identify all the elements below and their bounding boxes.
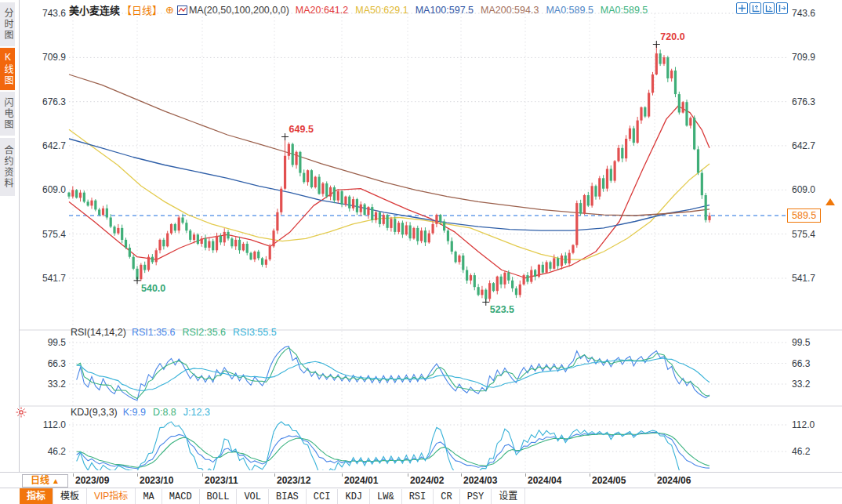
svg-text:743.6: 743.6 bbox=[792, 8, 815, 19]
rsi-params-label: RSI(14,14,2) bbox=[71, 327, 126, 338]
x-tick bbox=[461, 473, 462, 477]
svg-text:46.2: 46.2 bbox=[48, 446, 67, 457]
rsi-value-1: RSI2:35.6 bbox=[182, 327, 226, 338]
x-tick-label-2: 2023/11 bbox=[205, 475, 238, 486]
x-tick bbox=[655, 473, 655, 477]
svg-text:66.3: 66.3 bbox=[792, 358, 811, 369]
symbol-title: 美小麦连续 bbox=[69, 5, 120, 16]
toolbar-item-psy-13[interactable]: PSY bbox=[460, 489, 492, 504]
svg-text:523.5: 523.5 bbox=[490, 304, 514, 315]
ma-value-5: MA0:589.5 bbox=[601, 5, 648, 16]
axis-zoom-icon[interactable] bbox=[749, 2, 761, 14]
svg-text:541.7: 541.7 bbox=[42, 273, 66, 284]
chart-corner-tools bbox=[735, 2, 788, 16]
x-tick bbox=[274, 473, 275, 477]
kdj-header: KDJ(9,3,3)K:9.9D:8.8J:12.3 bbox=[71, 407, 224, 418]
toolbar-item-cr-12[interactable]: CR bbox=[434, 489, 459, 504]
x-tick bbox=[590, 473, 590, 477]
x-tick-label-1: 2023/10 bbox=[140, 475, 173, 486]
svg-text:743.6: 743.6 bbox=[42, 8, 66, 19]
x-tick-label-9: 2024/06 bbox=[657, 475, 691, 486]
mini-chart-icon bbox=[177, 5, 187, 15]
rsi-value-2: RSI3:55.5 bbox=[233, 327, 277, 338]
svg-text:649.5: 649.5 bbox=[289, 124, 314, 135]
svg-text:720.0: 720.0 bbox=[660, 31, 684, 42]
toolbar-item-kdj-9[interactable]: KDJ bbox=[338, 489, 370, 504]
toolbar-item-vipxx-2[interactable]: VIP指标 bbox=[87, 488, 136, 504]
add-overlay-icon[interactable]: ⊕ bbox=[165, 4, 174, 16]
svg-text:676.3: 676.3 bbox=[42, 96, 66, 107]
toolbar-item-xx-14[interactable]: 设置 bbox=[492, 488, 525, 504]
x-tick bbox=[137, 473, 138, 477]
toolbar-item-vol-6[interactable]: VOL bbox=[237, 489, 269, 504]
x-tick-label-7: 2024/04 bbox=[528, 475, 561, 486]
svg-text:609.0: 609.0 bbox=[42, 184, 66, 195]
ma-value-1: MA50:629.1 bbox=[355, 5, 408, 16]
x-tick-label-4: 2024/01 bbox=[344, 475, 378, 486]
kdj-value-1: D:8.8 bbox=[153, 407, 176, 418]
x-tick bbox=[202, 473, 203, 477]
ma-value-0: MA20:641.2 bbox=[296, 5, 348, 16]
kline-app: 分时图K线图闪电图合约资料 743.6743.6709.9709.9676.36… bbox=[0, 0, 842, 504]
ma-values: MA20:641.2MA50:629.1MA100:597.5MA200:594… bbox=[296, 4, 655, 15]
x-tick-label-3: 2023/12 bbox=[277, 475, 310, 486]
svg-text:66.3: 66.3 bbox=[48, 358, 67, 369]
x-tick bbox=[342, 473, 343, 477]
x-tick-label-8: 2024/05 bbox=[592, 475, 626, 486]
toolbar-item-boll-5[interactable]: BOLL bbox=[200, 489, 238, 504]
rsi-header: RSI(14,14,2)RSI1:35.6RSI2:35.6RSI3:55.5 bbox=[71, 327, 291, 338]
ma-value-2: MA100:597.5 bbox=[416, 5, 474, 16]
svg-text:33.2: 33.2 bbox=[792, 379, 811, 390]
toolbar-item-bias-7[interactable]: BIAS bbox=[269, 489, 307, 504]
svg-text:99.5: 99.5 bbox=[792, 337, 811, 348]
svg-text:575.4: 575.4 bbox=[42, 229, 66, 240]
kdj-value-0: K:9.9 bbox=[123, 407, 146, 418]
toolbar-item-macd-4[interactable]: MACD bbox=[162, 489, 200, 504]
svg-text:709.9: 709.9 bbox=[792, 52, 815, 63]
svg-text:642.7: 642.7 bbox=[792, 140, 815, 151]
price-up-arrow-icon bbox=[826, 198, 835, 205]
date-axis: 日线▲ 2023/092023/102023/112023/122024/012… bbox=[0, 472, 842, 488]
toolbar-item-lwx-10[interactable]: LW& bbox=[370, 489, 402, 504]
svg-text:676.3: 676.3 bbox=[792, 96, 815, 107]
period-selector-button[interactable]: 日线▲ bbox=[22, 474, 68, 488]
rsi-value-0: RSI1:35.6 bbox=[132, 327, 176, 338]
kdj-value-2: J:12.3 bbox=[183, 407, 210, 418]
svg-text:540.0: 540.0 bbox=[141, 283, 165, 294]
toolbar-item-cci-8[interactable]: CCI bbox=[307, 489, 339, 504]
svg-text:99.5: 99.5 bbox=[48, 337, 67, 348]
toolbar-item-ma-3[interactable]: MA bbox=[136, 489, 162, 504]
period-tag: 【日线】 bbox=[122, 5, 162, 16]
ma-value-3: MA200:594.3 bbox=[481, 5, 539, 16]
indicator-settings-sun-icon[interactable] bbox=[16, 407, 27, 418]
x-tick-label-5: 2024/02 bbox=[410, 475, 444, 486]
svg-text:609.0: 609.0 bbox=[792, 184, 815, 195]
chart-canvas[interactable]: 743.6743.6709.9709.9676.3676.3642.7642.7… bbox=[0, 0, 842, 472]
x-tick bbox=[525, 473, 526, 477]
svg-text:112.0: 112.0 bbox=[792, 419, 815, 430]
svg-text:709.9: 709.9 bbox=[42, 52, 66, 63]
axis-pan-icon[interactable] bbox=[763, 2, 775, 14]
x-tick-label-0: 2023/09 bbox=[75, 475, 109, 486]
svg-text:541.7: 541.7 bbox=[792, 273, 815, 284]
indicator-toolbar: 指标模板VIP指标MAMACDBOLLVOLBIASCCIKDJLW&RSICR… bbox=[0, 488, 842, 504]
x-tick bbox=[73, 473, 74, 477]
toolbar-item-rsi-11[interactable]: RSI bbox=[402, 489, 434, 504]
kdj-params-label: KDJ(9,3,3) bbox=[71, 407, 118, 418]
x-tick bbox=[408, 473, 408, 477]
chart-header: 美小麦连续【日线】⊕MA(20,50,100,200,0,0)MA20:641.… bbox=[69, 2, 655, 16]
ma-params-label: MA(20,50,100,200,0,0) bbox=[189, 5, 289, 16]
svg-text:33.2: 33.2 bbox=[48, 379, 67, 390]
svg-text:46.2: 46.2 bbox=[792, 446, 811, 457]
svg-text:575.4: 575.4 bbox=[792, 229, 815, 240]
crosshair-icon[interactable] bbox=[736, 2, 748, 14]
svg-text:642.7: 642.7 bbox=[42, 140, 66, 151]
collapse-right-icon[interactable] bbox=[776, 2, 788, 14]
ma-value-4: MA0:589.5 bbox=[546, 5, 593, 16]
toolbar-item-xx-1[interactable]: 模板 bbox=[53, 488, 87, 504]
svg-text:112.0: 112.0 bbox=[43, 419, 66, 430]
toolbar-item-xx-0[interactable]: 指标 bbox=[20, 488, 53, 504]
last-price-tag: 589.5 bbox=[787, 208, 821, 223]
x-tick-label-6: 2024/03 bbox=[463, 475, 497, 486]
